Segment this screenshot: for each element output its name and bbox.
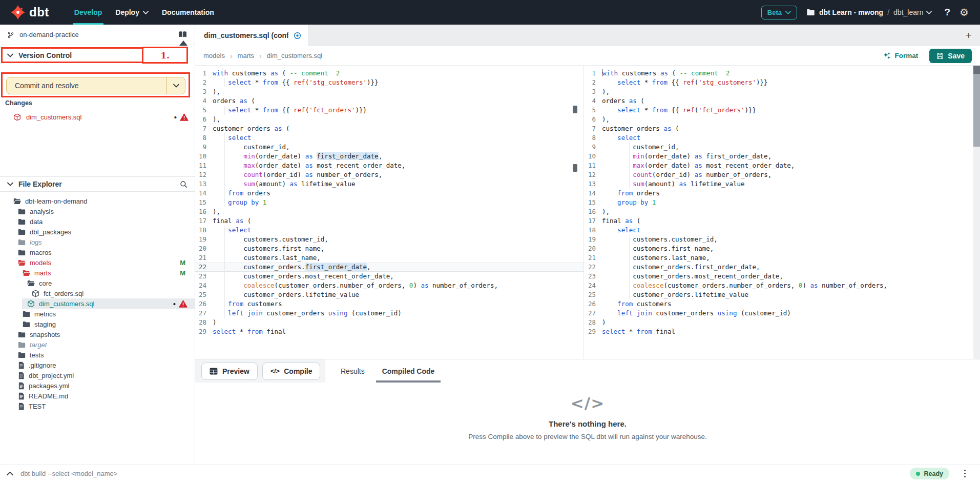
- docs-book-icon[interactable]: [178, 31, 187, 38]
- file-tree-item-snapshots[interactable]: snapshots: [0, 329, 195, 339]
- model-cube-icon: [32, 290, 39, 297]
- breadcrumb-separator: ›: [230, 52, 233, 60]
- tab-results[interactable]: Results: [341, 359, 365, 383]
- breadcrumb-item[interactable]: marts: [238, 52, 255, 59]
- code-line-25: 25 customer_orders.lifetime_value: [195, 290, 583, 299]
- code-line-14: 14 from orders: [585, 189, 973, 198]
- code-line-15: 15 group by 1: [585, 198, 973, 207]
- kebab-menu-icon[interactable]: [964, 470, 966, 478]
- file-tree-item-dbt_project.yml[interactable]: dbt_project.yml: [0, 370, 195, 380]
- file-tree-item-README.md[interactable]: README.md: [0, 391, 195, 401]
- version-control-title: Version Control: [18, 51, 72, 59]
- folder-icon: [18, 208, 26, 215]
- file-tree-item-dbt_packages[interactable]: dbt_packages: [0, 227, 195, 237]
- folder-icon: [18, 342, 26, 348]
- file-tree-item-models[interactable]: modelsM: [0, 257, 195, 268]
- code-line-25: 25 customer_orders.lifetime_value: [585, 290, 973, 299]
- code-line-13: 13 sum(amount) as lifetime_value: [585, 179, 973, 189]
- branch-row[interactable]: on-demand-practice: [0, 25, 195, 45]
- tab-dim-customers[interactable]: dim_customers.sql (confli...: [195, 25, 309, 46]
- file-tree-item-data[interactable]: data: [0, 216, 195, 227]
- scrollbar-cap: [973, 66, 980, 74]
- command-input[interactable]: dbt build --select <model_name>: [20, 470, 117, 477]
- code-line-22: 22 customer_orders.first_order_date,: [585, 263, 973, 272]
- file-tree-item-tests[interactable]: tests: [0, 350, 195, 360]
- search-icon[interactable]: [180, 180, 187, 188]
- code-line-21: 21 customers.last_name,: [195, 253, 583, 263]
- file-tree-item-metrics[interactable]: metrics: [0, 309, 195, 319]
- editor-pane-local[interactable]: 1with customers as ( -- comment 22 selec…: [195, 66, 584, 359]
- file-tree-item-packages.yml[interactable]: packages.yml: [0, 380, 195, 391]
- commit-button-label: Commit and resolve: [7, 77, 166, 94]
- compile-button[interactable]: </> Compile: [262, 363, 321, 380]
- nav-item-develop[interactable]: Develop: [68, 0, 109, 25]
- folder-icon: [18, 249, 26, 256]
- help-icon[interactable]: ?: [944, 7, 950, 18]
- scrollbar-marker[interactable]: [573, 164, 577, 172]
- folder-icon: [23, 321, 30, 328]
- table-preview-icon: [210, 368, 218, 375]
- gear-icon[interactable]: ⚙: [960, 7, 969, 17]
- save-button[interactable]: Save: [929, 49, 972, 63]
- code-line-19: 19 customers.customer_id,: [585, 235, 973, 244]
- file-tree-item-TEST[interactable]: TEST: [0, 401, 195, 411]
- file-tree-item-staging[interactable]: staging: [0, 319, 195, 329]
- file-tree-item-dim_customers.sql[interactable]: dim_customers.sql•: [0, 298, 195, 309]
- left-editor-scrollbar[interactable]: [573, 66, 578, 359]
- scrollbar-thumb[interactable]: [973, 74, 980, 147]
- results-tabs: ResultsCompiled Code: [325, 359, 434, 383]
- file-tree-item-core[interactable]: core: [0, 278, 195, 288]
- right-editor-scrollbar[interactable]: [973, 66, 980, 359]
- file-tree-item-marts[interactable]: martsM: [0, 268, 195, 278]
- commit-and-resolve-button[interactable]: Commit and resolve: [6, 77, 185, 94]
- code-line-10: 10 min(order_date) as first_order_date,: [195, 152, 583, 161]
- project-name: dbt Learn - mwong: [819, 8, 883, 16]
- file-tree-item-dbt-learn-on-demand[interactable]: dbt-learn-on-demand: [0, 196, 195, 206]
- changed-file-dim_customers.sql[interactable]: dim_customers.sql•: [0, 111, 195, 123]
- dbt-logo[interactable]: dbt: [10, 5, 49, 20]
- code-line-3: 3),: [585, 87, 973, 96]
- code-line-27: 27 left join customer_orders using (cust…: [195, 309, 583, 318]
- file-tree-item-analysis[interactable]: analysis: [0, 206, 195, 216]
- code-line-24: 24 coalesce(customer_orders.number_of_or…: [195, 281, 583, 290]
- folder-icon: [18, 352, 26, 358]
- breadcrumb-item[interactable]: dim_customers.sql: [267, 52, 322, 59]
- floppy-save-icon: [936, 52, 944, 59]
- sidebar: on-demand-practice Version Control Commi…: [0, 25, 195, 465]
- nav-item-deploy[interactable]: Deploy: [109, 0, 155, 25]
- code-line-16: 16),: [585, 207, 973, 216]
- code-line-17: 17final as (: [195, 216, 583, 226]
- file-tree-item-target[interactable]: target: [0, 339, 195, 350]
- code-line-17: 17final as (: [585, 216, 973, 226]
- tab-strip: dim_customers.sql (confli... +: [195, 25, 980, 46]
- format-button[interactable]: Format: [883, 52, 919, 60]
- preview-button[interactable]: Preview: [201, 363, 258, 380]
- beta-dropdown[interactable]: Beta: [761, 6, 797, 19]
- folder-icon: [18, 331, 26, 338]
- file-explorer-header[interactable]: File Explorer: [0, 176, 195, 192]
- chevron-up-icon[interactable]: [7, 471, 13, 476]
- new-tab-plus-icon[interactable]: +: [966, 25, 972, 46]
- commit-dropdown-caret[interactable]: [166, 77, 185, 94]
- nav-item-documentation[interactable]: Documentation: [155, 0, 221, 25]
- tab-compiled-code[interactable]: Compiled Code: [382, 359, 435, 383]
- breadcrumb-item[interactable]: models: [203, 52, 225, 59]
- code-line-20: 20 customers.first_name,: [585, 244, 973, 253]
- conflict-warning-icon: [180, 113, 189, 121]
- command-bar: dbt build --select <model_name> Ready: [0, 465, 980, 482]
- file-icon: [18, 382, 25, 390]
- editor-pane-remote[interactable]: 1with customers as ( -- comment 22 selec…: [585, 66, 973, 359]
- file-tree-item-.gitignore[interactable]: .gitignore: [0, 360, 195, 370]
- file-tree-item-fct_orders.sql[interactable]: fct_orders.sql: [0, 288, 195, 298]
- status-badge: Ready: [910, 468, 949, 479]
- git-branch-icon: [7, 31, 14, 38]
- chevron-down-icon: [7, 53, 13, 57]
- folder-icon: [18, 239, 26, 246]
- scrollbar-marker[interactable]: [573, 106, 577, 113]
- code-line-9: 9 customer_id,: [585, 143, 973, 152]
- environment-selector[interactable]: dbt_learn: [893, 8, 932, 16]
- file-tree-item-macros[interactable]: macros: [0, 247, 195, 257]
- project-selector[interactable]: dbt Learn - mwong / dbt_learn: [806, 8, 932, 16]
- file-tree-item-logs[interactable]: logs: [0, 237, 195, 247]
- code-line-26: 26 from customers: [195, 299, 583, 309]
